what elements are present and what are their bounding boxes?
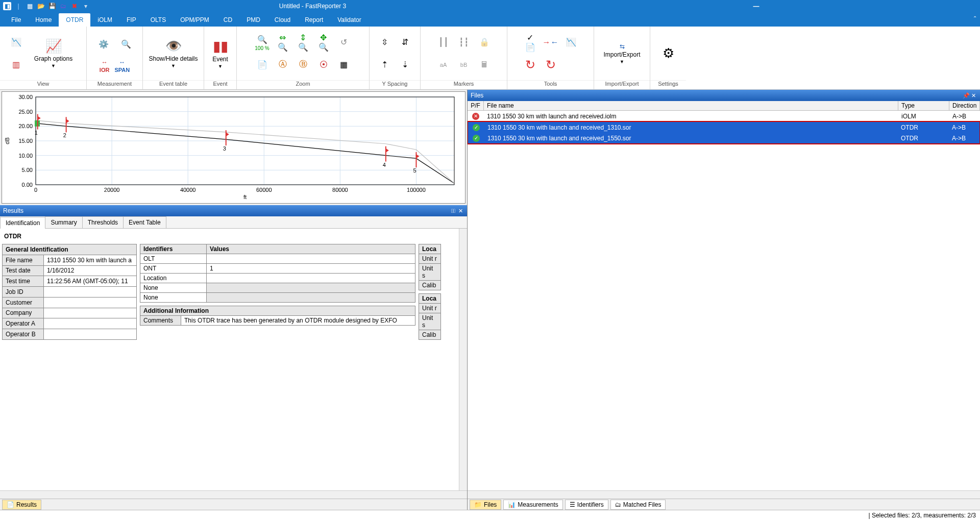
tab-validator[interactable]: Validator: [330, 13, 368, 27]
marker-lock-icon[interactable]: 🔒: [476, 32, 493, 53]
file-menu[interactable]: File: [4, 14, 28, 27]
group-event-table-label: Event table: [143, 80, 204, 89]
zoom-file-icon[interactable]: 📄: [254, 55, 271, 75]
ribbon-collapse-icon[interactable]: ⌃: [973, 15, 977, 21]
tab-fip[interactable]: FIP: [119, 13, 143, 27]
tab-olts[interactable]: OLTS: [143, 13, 173, 27]
group-measurement-label: Measurement: [87, 80, 142, 89]
marker-bb-button[interactable]: bB: [455, 55, 473, 75]
qat-separator: |: [14, 2, 22, 10]
marker-ab-icon[interactable]: ┃┃: [435, 32, 452, 53]
tab-cloud[interactable]: Cloud: [267, 13, 298, 27]
group-view-label: View: [0, 80, 86, 89]
graph-options-icon[interactable]: 📈: [45, 38, 62, 54]
tools-doc-check-icon[interactable]: ✓📄: [522, 32, 539, 53]
span-button[interactable]: ↔SPAN: [114, 59, 130, 73]
event-dropdown-icon[interactable]: ▼: [218, 64, 223, 69]
trace-view-icon[interactable]: 📉: [8, 32, 25, 53]
zoom-a-marker-icon[interactable]: Ⓐ: [274, 55, 291, 75]
doc-search-icon[interactable]: 🔍: [117, 34, 135, 55]
title-bar: ◧ | ▦ 📂 💾 🗂 ✖ ▾ Untitled - FastReporter …: [0, 0, 980, 12]
yspacing-down-icon[interactable]: ⇣: [397, 55, 414, 75]
zoom-100-button[interactable]: 🔍100 %: [254, 32, 271, 53]
tab-otdr[interactable]: OTDR: [59, 13, 90, 27]
zoom-vertical-icon[interactable]: ⇕🔍: [295, 32, 312, 53]
zoom-undo-icon[interactable]: ↺: [335, 32, 353, 53]
ior-button[interactable]: ↔IOR: [100, 59, 110, 73]
graph-options-dropdown-icon[interactable]: ▼: [51, 63, 56, 68]
zoom-both-icon[interactable]: ✥🔍: [315, 32, 332, 53]
close-file-icon[interactable]: ✖: [70, 2, 79, 10]
marker-calc-icon[interactable]: 🖩: [476, 55, 493, 75]
import-export-dropdown-icon[interactable]: ▼: [620, 59, 624, 64]
group-import-export-label: Import/Export: [594, 80, 650, 89]
yspacing-up-icon[interactable]: ⇡: [376, 55, 394, 75]
ribbon: 📉 ▥ 📈 Graph options ▼ View ⚙️ 🔍 ↔IOR ↔SP…: [0, 27, 980, 90]
zoom-events-icon[interactable]: ⦿: [315, 55, 332, 75]
save-icon[interactable]: 💾: [48, 2, 56, 10]
close-button[interactable]: ✕: [752, 27, 761, 34]
save-all-icon[interactable]: 🗂: [59, 2, 67, 10]
tab-iolm[interactable]: iOLM: [90, 13, 119, 27]
window-title: Untitled - FastReporter 3: [93, 3, 532, 10]
tab-pmd[interactable]: PMD: [239, 13, 267, 27]
zoom-table-icon[interactable]: ▦: [335, 55, 353, 75]
event-table-icon[interactable]: 👁️: [165, 38, 182, 54]
group-event-label: Event: [204, 80, 236, 89]
event-label[interactable]: Event: [212, 56, 228, 63]
event-icon[interactable]: ▮▮: [213, 38, 228, 55]
tab-cd[interactable]: CD: [216, 13, 239, 27]
new-icon[interactable]: ▦: [26, 2, 34, 10]
tab-opm-ppm[interactable]: OPM/PPM: [173, 13, 216, 27]
yspacing-collapse-icon[interactable]: ⇵: [397, 32, 414, 53]
group-markers-label: Markers: [421, 80, 507, 89]
minimize-button[interactable]: —: [752, 3, 761, 10]
group-tools-label: Tools: [507, 80, 594, 89]
tab-home[interactable]: Home: [28, 13, 59, 27]
tools-swap-icon[interactable]: →←: [542, 32, 559, 53]
settings-sliders-icon[interactable]: ⚙: [654, 31, 682, 77]
zoom-horizontal-icon[interactable]: ⇔🔍: [274, 32, 291, 53]
app-icon: ◧: [3, 2, 11, 10]
event-view-icon[interactable]: ▥: [8, 55, 25, 75]
graph-options-label[interactable]: Graph options: [34, 55, 72, 62]
tools-trace-icon[interactable]: 📉: [562, 32, 580, 53]
import-export-label[interactable]: Import/Export: [603, 51, 640, 58]
group-zoom-label: Zoom: [237, 80, 369, 89]
tools-refresh-red-icon[interactable]: ↻: [522, 55, 539, 75]
settings-gear-icon[interactable]: ⚙️: [95, 34, 112, 55]
import-export-icon[interactable]: ⇆: [620, 43, 625, 50]
open-icon[interactable]: 📂: [37, 2, 45, 10]
group-settings-label: Settings: [650, 80, 686, 89]
tools-refresh-both-icon[interactable]: ↻: [542, 55, 559, 75]
ribbon-tab-bar: File Home OTDR iOLM FIP OLTS OPM/PPM CD …: [0, 12, 980, 27]
tab-report[interactable]: Report: [298, 13, 330, 27]
marker-split-icon[interactable]: ┇┇: [455, 32, 473, 53]
quick-access-toolbar: ◧ | ▦ 📂 💾 🗂 ✖ ▾: [0, 2, 93, 10]
qat-dropdown-icon[interactable]: ▾: [82, 2, 90, 10]
marker-aa-button[interactable]: aA: [435, 55, 452, 75]
show-hide-details-label[interactable]: Show/Hide details: [149, 55, 198, 62]
show-hide-dropdown-icon[interactable]: ▼: [171, 63, 176, 68]
zoom-b-marker-icon[interactable]: Ⓑ: [295, 55, 312, 75]
group-yspacing-label: Y Spacing: [370, 80, 420, 89]
tools-blank: [562, 55, 580, 75]
yspacing-expand-icon[interactable]: ⇳: [376, 32, 394, 53]
